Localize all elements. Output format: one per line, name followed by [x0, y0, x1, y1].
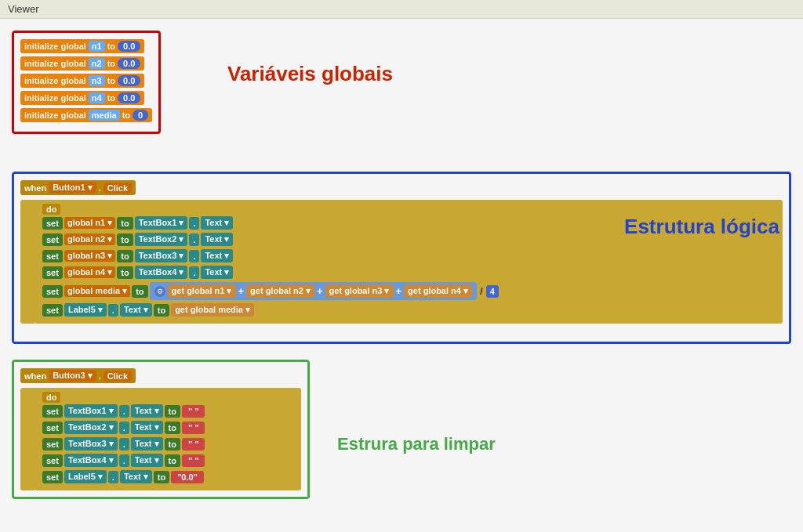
gear-icon: ⚙	[154, 286, 165, 297]
global-vars-section: initialize global n1 to 0.0 initialize g…	[12, 31, 161, 134]
clear-textbox2: set TextBox2 ▾ . Text ▾ to " "	[42, 421, 297, 434]
init-global-n3: initialize global n3 to 0.0	[20, 74, 144, 88]
global-var-row-n2: initialize global n2 to 0.0	[20, 56, 152, 71]
set-label5: set Label5 ▾ . Text ▾ to get global medi…	[42, 303, 779, 317]
set-n3: set global n3 ▾ to TextBox3 ▾ . Text ▾	[42, 249, 779, 262]
clear-label5: set Label5 ▾ . Text ▾ to "0.0"	[42, 470, 297, 483]
title-bar: Viewer	[0, 0, 803, 19]
clear-textbox1: set TextBox1 ▾ . Text ▾ to " "	[42, 404, 297, 418]
init-global-n4: initialize global n4 to 0.0	[20, 91, 144, 105]
init-global-n1: initialize global n1 to 0.0	[20, 39, 144, 53]
when-button1-click: when Button1 ▾ . Click	[20, 180, 783, 195]
set-media: set global media ▾ to ⚙ get global n1 ▾ …	[42, 282, 779, 300]
main-content: initialize global n1 to 0.0 initialize g…	[0, 19, 803, 532]
global-var-row-media: initialize global media to 0	[20, 108, 152, 122]
logic-section: when Button1 ▾ . Click do set global n1 …	[12, 172, 791, 344]
clear-textbox4: set TextBox4 ▾ . Text ▾ to " "	[42, 454, 297, 467]
global-vars-label: Variáveis globais	[227, 62, 393, 86]
when-button3-click: when Button3 ▾ . Click	[20, 368, 301, 383]
title-label: Viewer	[8, 3, 39, 15]
clear-label: Estrura para limpar	[337, 434, 496, 454]
init-global-media: initialize global media to 0	[20, 108, 152, 122]
clear-section: when Button3 ▾ . Click do set TextBox1 ▾…	[12, 360, 310, 499]
clear-textbox3: set TextBox3 ▾ . Text ▾ to " "	[42, 437, 297, 451]
set-n4: set global n4 ▾ to TextBox4 ▾ . Text ▾	[42, 266, 779, 279]
init-global-n2: initialize global n2 to 0.0	[20, 56, 144, 71]
global-var-row-n4: initialize global n4 to 0.0	[20, 91, 152, 105]
logic-label: Estrutura lógica	[624, 215, 779, 239]
global-var-row-n1: initialize global n1 to 0.0	[20, 39, 152, 53]
global-var-row-n3: initialize global n3 to 0.0	[20, 74, 152, 88]
